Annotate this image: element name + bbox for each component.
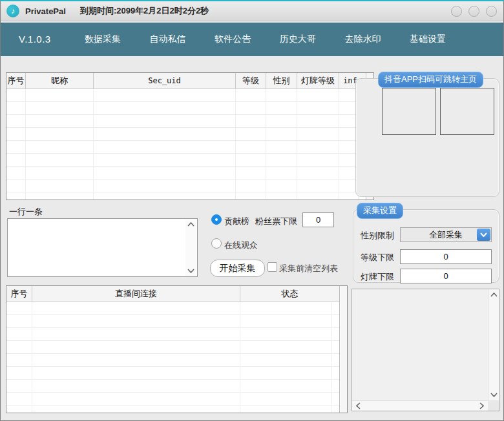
scroll-up-icon[interactable] bbox=[187, 222, 194, 227]
radio-online-label[interactable]: 在线观众 bbox=[224, 240, 258, 251]
users-table-header: 序号 昵称 Sec_uid 等级 性别 灯牌等级 info bbox=[6, 73, 373, 89]
scroll-down-icon[interactable] bbox=[490, 393, 498, 397]
rooms-table-header: 序号 直播间连接 状态 bbox=[6, 286, 347, 302]
log-panel-hscrollbar[interactable] bbox=[352, 400, 488, 411]
tab-basic-settings[interactable]: 基础设置 bbox=[404, 30, 451, 49]
rooms-table-scrollbar[interactable] bbox=[339, 286, 347, 413]
qr-panel-title-tag: 抖音APP扫码可跳转主页 bbox=[378, 72, 483, 88]
textarea-scrollbar[interactable] bbox=[185, 220, 196, 276]
users-col-nickname[interactable]: 昵称 bbox=[26, 73, 94, 88]
version-label: V.1.0.3 bbox=[19, 34, 51, 45]
radio-contribution-label[interactable]: 贡献榜 bbox=[224, 216, 249, 227]
users-table: 序号 昵称 Sec_uid 等级 性别 灯牌等级 info bbox=[6, 72, 374, 200]
radio-online-viewers[interactable] bbox=[211, 238, 222, 249]
tab-history-bigbro[interactable]: 历史大哥 bbox=[275, 30, 321, 49]
users-col-secuid[interactable]: Sec_uid bbox=[94, 73, 236, 88]
rooms-table: 序号 直播间连接 状态 bbox=[6, 285, 348, 413]
nav-bar: V.1.0.3 数据采集 自动私信 软件公告 历史大哥 去除水印 基础设置 bbox=[1, 23, 503, 56]
qr-code-box-left bbox=[382, 88, 436, 135]
app-window: ♪ PrivatePal 到期时间:2099年2月2日2时2分2秒 V.1.0.… bbox=[0, 0, 504, 421]
gender-limit-label: 性别限制 bbox=[361, 230, 394, 241]
chevron-down-icon bbox=[480, 232, 487, 237]
lines-label: 一行一条 bbox=[9, 206, 43, 218]
gender-limit-value: 全部采集 bbox=[429, 229, 463, 241]
log-panel-vscrollbar[interactable] bbox=[488, 289, 499, 400]
maximize-button[interactable] bbox=[468, 6, 479, 17]
clear-before-collect-label[interactable]: 采集前清空列表 bbox=[279, 263, 338, 274]
dropdown-arrow-button[interactable] bbox=[477, 229, 490, 241]
qr-panel bbox=[355, 78, 499, 197]
scroll-left-icon[interactable] bbox=[356, 402, 361, 409]
close-button[interactable] bbox=[486, 6, 497, 17]
expiry-time-text: 到期时间:2099年2月2日2时2分2秒 bbox=[80, 5, 209, 17]
fans-ticket-label: 粉丝票下限 bbox=[255, 216, 297, 227]
minimize-button[interactable] bbox=[451, 6, 462, 17]
rooms-table-body bbox=[6, 302, 339, 413]
nav-tabs: 数据采集 自动私信 软件公告 历史大哥 去除水印 基础设置 bbox=[79, 23, 451, 56]
users-col-level[interactable]: 等级 bbox=[236, 73, 266, 88]
tab-data-collect[interactable]: 数据采集 bbox=[79, 30, 126, 49]
users-col-seq[interactable]: 序号 bbox=[6, 73, 26, 88]
gender-limit-dropdown[interactable]: 全部采集 bbox=[400, 227, 492, 242]
badge-limit-input[interactable]: 0 bbox=[400, 269, 492, 283]
title-bar[interactable]: ♪ PrivatePal 到期时间:2099年2月2日2时2分2秒 bbox=[1, 1, 503, 21]
qr-code-box-right bbox=[440, 88, 494, 135]
fans-ticket-input[interactable]: 0 bbox=[302, 212, 334, 227]
settings-title-tag: 采集设置 bbox=[357, 203, 403, 219]
users-table-body bbox=[6, 89, 366, 200]
app-logo-music-note-icon: ♪ bbox=[6, 5, 19, 17]
scroll-up-icon[interactable] bbox=[490, 293, 498, 297]
users-col-gender[interactable]: 性别 bbox=[266, 73, 297, 88]
window-controls bbox=[451, 6, 497, 17]
badge-limit-label: 灯牌下限 bbox=[361, 271, 394, 283]
users-col-badge-level[interactable]: 灯牌等级 bbox=[297, 73, 339, 88]
tab-watermark-remove[interactable]: 去除水印 bbox=[339, 30, 386, 49]
scrollbar-corner bbox=[488, 400, 499, 411]
tab-auto-message[interactable]: 自动私信 bbox=[145, 30, 191, 49]
clear-before-collect-checkbox[interactable] bbox=[268, 262, 277, 272]
start-collect-button[interactable]: 开始采集 bbox=[210, 260, 265, 277]
level-limit-input[interactable]: 0 bbox=[400, 249, 492, 264]
scroll-down-icon[interactable] bbox=[187, 269, 194, 273]
rooms-col-status[interactable]: 状态 bbox=[240, 286, 340, 302]
log-panel bbox=[352, 289, 499, 411]
links-textarea[interactable] bbox=[7, 218, 198, 277]
app-title: PrivatePal bbox=[25, 6, 66, 16]
radio-contribution-rank[interactable] bbox=[211, 214, 222, 225]
level-limit-label: 等级下限 bbox=[361, 252, 394, 263]
tab-announcement[interactable]: 软件公告 bbox=[209, 30, 256, 49]
rooms-col-seq[interactable]: 序号 bbox=[6, 286, 32, 302]
scroll-right-icon[interactable] bbox=[479, 402, 484, 409]
rooms-col-room-link[interactable]: 直播间连接 bbox=[32, 286, 240, 302]
